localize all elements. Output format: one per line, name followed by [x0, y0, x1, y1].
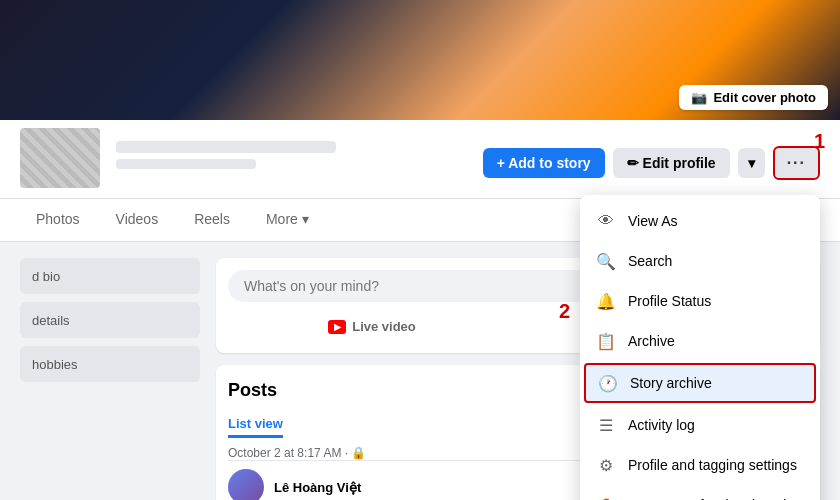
- profile-section: + Add to story ✏ Edit profile ▾ ···: [0, 120, 840, 199]
- archive-icon: 📋: [596, 331, 616, 351]
- sidebar-item-bio: d bio: [20, 258, 200, 294]
- add-to-story-button[interactable]: + Add to story: [483, 148, 605, 178]
- dropdown-activity-log[interactable]: ☰ Activity log: [580, 405, 820, 445]
- profile-name-bar-2: [116, 159, 256, 169]
- profile-name-area: [116, 141, 336, 175]
- activity-log-icon: ☰: [596, 415, 616, 435]
- chevron-down-icon: ▾: [302, 211, 309, 227]
- profile-top: + Add to story ✏ Edit profile ▾ ···: [20, 120, 820, 188]
- profile-tagging-icon: ⚙: [596, 455, 616, 475]
- live-video-icon: ▶: [328, 320, 346, 334]
- sidebar-item-details: details: [20, 302, 200, 338]
- dropdown-profile-status[interactable]: 🔔 Profile Status: [580, 281, 820, 321]
- sidebar-item-hobbies: hobbies: [20, 346, 200, 382]
- annotation-1: 1: [814, 130, 825, 153]
- left-sidebar: d bio details hobbies: [20, 258, 200, 500]
- dropdown-search[interactable]: 🔍 Search: [580, 241, 820, 281]
- dropdown-story-archive[interactable]: 🕐 Story archive: [584, 363, 816, 403]
- view-as-icon: 👁: [596, 211, 616, 231]
- search-icon: 🔍: [596, 251, 616, 271]
- profile-dropdown-button[interactable]: ▾: [738, 148, 765, 178]
- annotation-2: 2: [559, 300, 570, 323]
- posts-title: Posts: [228, 380, 277, 401]
- profile-actions: + Add to story ✏ Edit profile ▾ ···: [483, 146, 820, 188]
- dropdown-menu: 👁 View As 🔍 Search 🔔 Profile Status 📋 Ar…: [580, 195, 820, 500]
- profile-name-bar-1: [116, 141, 336, 153]
- tab-more[interactable]: More ▾: [250, 199, 325, 242]
- dropdown-archive[interactable]: 📋 Archive: [580, 321, 820, 361]
- edit-cover-button[interactable]: 📷 Edit cover photo: [679, 85, 828, 110]
- dropdown-profile-tagging[interactable]: ⚙ Profile and tagging settings: [580, 445, 820, 485]
- avatar: [20, 128, 100, 188]
- professional-mode-icon: 💼: [596, 495, 616, 500]
- dropdown-view-as[interactable]: 👁 View As: [580, 201, 820, 241]
- profile-status-icon: 🔔: [596, 291, 616, 311]
- live-video-action[interactable]: ▶ Live video: [228, 312, 516, 341]
- profile-avatar-area: [20, 128, 336, 188]
- edit-profile-button[interactable]: ✏ Edit profile: [613, 148, 730, 178]
- story-archive-icon: 🕐: [598, 373, 618, 393]
- tab-videos[interactable]: Videos: [100, 199, 175, 242]
- post-author-avatar: [228, 469, 264, 500]
- camera-icon: 📷: [691, 90, 707, 105]
- cover-photo: 📷 Edit cover photo: [0, 0, 840, 120]
- dropdown-professional-mode[interactable]: 💼 Turn on professional mode: [580, 485, 820, 500]
- post-author-name: Lê Hoàng Việt: [274, 480, 361, 495]
- tab-photos[interactable]: Photos: [20, 199, 96, 242]
- post-info: Lê Hoàng Việt: [274, 480, 361, 495]
- tab-reels[interactable]: Reels: [178, 199, 246, 242]
